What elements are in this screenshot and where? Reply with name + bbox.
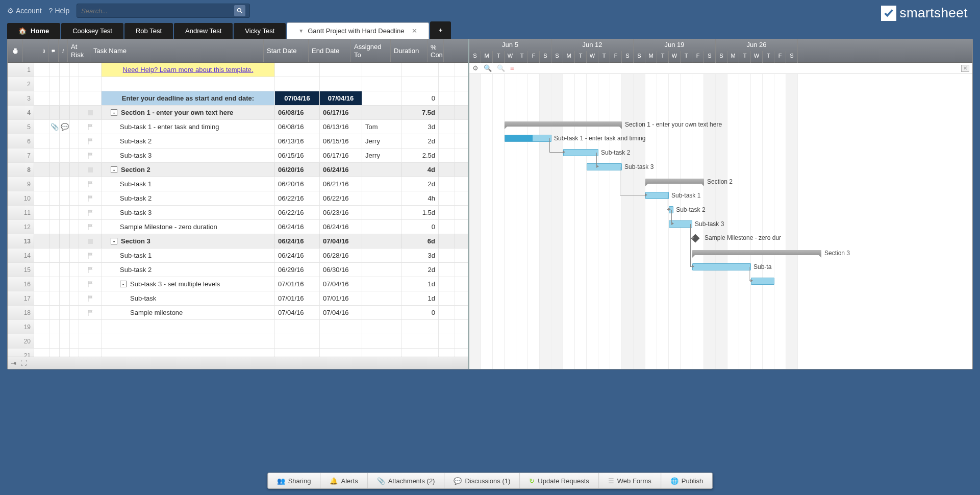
help-link-cell[interactable]: Need Help? Learn more about this templat…: [102, 63, 275, 77]
day-header[interactable]: W: [505, 51, 516, 63]
flag-cell[interactable]: [79, 91, 102, 105]
end-date-cell[interactable]: [320, 63, 362, 77]
comment-cell[interactable]: [60, 177, 70, 191]
day-header[interactable]: S: [704, 51, 716, 63]
start-date-cell[interactable]: 06/20/16: [275, 163, 320, 177]
day-header[interactable]: M: [727, 51, 739, 63]
flag-cell[interactable]: [79, 120, 102, 134]
grid-row[interactable]: 11 Sub-task 3 06/22/16 06/23/16 1.5d: [8, 206, 468, 220]
end-date-cell[interactable]: 07/04/16: [320, 306, 362, 319]
end-date-cell[interactable]: [320, 77, 362, 91]
assigned-cell[interactable]: Jerry: [362, 134, 402, 148]
duration-cell[interactable]: [402, 320, 439, 334]
update-requests-button[interactable]: ↻Update Requests: [520, 473, 598, 488]
complete-cell[interactable]: [439, 291, 455, 305]
flag-cell[interactable]: [79, 334, 102, 348]
flag-cell[interactable]: [79, 263, 102, 277]
grid-row[interactable]: 18 Sample milestone 07/04/16 07/04/16 0: [8, 306, 468, 320]
day-header[interactable]: S: [634, 51, 645, 63]
end-date-cell[interactable]: 06/23/16: [320, 206, 362, 219]
day-header[interactable]: W: [587, 51, 598, 63]
attach-cell[interactable]: [49, 291, 60, 305]
col-at-risk[interactable]: At Risk: [68, 39, 90, 62]
comment-cell[interactable]: [60, 263, 70, 277]
attachments-button[interactable]: 📎Attachments (2): [368, 473, 445, 488]
complete-cell[interactable]: [439, 77, 455, 91]
day-header[interactable]: T: [739, 51, 751, 63]
assigned-cell[interactable]: [362, 91, 402, 105]
end-date-cell[interactable]: 06/24/16: [320, 220, 362, 234]
flag-cell[interactable]: [79, 291, 102, 305]
grid-row[interactable]: 3 Enter your deadline as start and end d…: [8, 91, 468, 106]
critical-path-icon[interactable]: ≡: [510, 64, 514, 72]
start-date-cell[interactable]: [275, 349, 320, 357]
comment-cell[interactable]: [60, 334, 70, 348]
end-date-cell[interactable]: 06/17/16: [320, 106, 362, 119]
comment-cell[interactable]: [60, 306, 70, 319]
attach-cell[interactable]: [49, 249, 60, 262]
start-date-cell[interactable]: 06/22/16: [275, 191, 320, 205]
duration-cell[interactable]: 0: [402, 91, 439, 105]
flag-cell[interactable]: [79, 191, 102, 205]
tab-3[interactable]: Vicky Test: [234, 23, 286, 39]
attach-cell[interactable]: [49, 320, 60, 334]
alerts-button[interactable]: 🔔Alerts: [320, 473, 367, 488]
task-name-cell[interactable]: Sub-task 2: [102, 191, 275, 205]
row-number[interactable]: 5: [8, 120, 34, 134]
row-number[interactable]: 17: [8, 291, 34, 305]
assigned-cell[interactable]: Jerry: [362, 148, 402, 162]
comment-cell[interactable]: 💬: [60, 120, 70, 134]
day-header[interactable]: S: [469, 51, 481, 63]
task-name-cell[interactable]: [102, 349, 275, 357]
tab-1[interactable]: Rob Test: [124, 23, 173, 39]
row-number[interactable]: 6: [8, 134, 34, 148]
tab-home[interactable]: 🏠Home: [7, 23, 60, 39]
day-header[interactable]: T: [657, 51, 669, 63]
assigned-cell[interactable]: [362, 220, 402, 234]
day-header[interactable]: S: [716, 51, 727, 63]
discussions-button[interactable]: 💬Discussions (1): [444, 473, 520, 488]
task-name-cell[interactable]: Sub-task 1: [102, 177, 275, 191]
day-header[interactable]: T: [575, 51, 587, 63]
assigned-cell[interactable]: [362, 277, 402, 291]
flag-cell[interactable]: [79, 177, 102, 191]
attach-cell[interactable]: [49, 77, 60, 91]
gantt-bar[interactable]: Sub-task 2: [563, 149, 598, 156]
flag-cell[interactable]: [79, 349, 102, 357]
toggle-icon[interactable]: -: [111, 109, 117, 116]
duration-cell[interactable]: 2.5d: [402, 148, 439, 162]
complete-cell[interactable]: [439, 134, 455, 148]
day-header[interactable]: F: [610, 51, 622, 63]
task-name-cell[interactable]: -Section 2: [102, 163, 275, 177]
duration-cell[interactable]: 2d: [402, 263, 439, 277]
row-number[interactable]: 11: [8, 206, 34, 219]
duration-cell[interactable]: [402, 349, 439, 357]
comment-cell[interactable]: [60, 106, 70, 119]
start-date-cell[interactable]: [275, 63, 320, 77]
flag-cell[interactable]: [79, 320, 102, 334]
complete-cell[interactable]: [439, 234, 455, 248]
duration-cell[interactable]: 4h: [402, 191, 439, 205]
grid-body[interactable]: 1 Need Help? Learn more about this templ…: [8, 63, 468, 357]
start-date-cell[interactable]: 07/04/16: [275, 306, 320, 319]
end-date-cell[interactable]: 07/04/16: [320, 277, 362, 291]
comment-cell[interactable]: [60, 320, 70, 334]
grid-row[interactable]: 12 Sample Milestone - zero duration 06/2…: [8, 220, 468, 234]
duration-cell[interactable]: [402, 334, 439, 348]
flag-cell[interactable]: [79, 249, 102, 262]
complete-cell[interactable]: [439, 63, 455, 77]
gantt-bar[interactable]: Sub-task 3: [587, 163, 622, 170]
flag-cell[interactable]: [79, 234, 102, 248]
zoom-in-icon[interactable]: 🔍: [497, 64, 505, 72]
start-date-cell[interactable]: 07/04/16: [275, 91, 320, 105]
col-duration[interactable]: Duration: [391, 39, 428, 62]
gantt-bar[interactable]: Section 1 - enter your own text here: [505, 121, 622, 127]
grid-row[interactable]: 7 Sub-task 3 06/15/16 06/17/16 Jerry 2.5…: [8, 148, 468, 163]
complete-cell[interactable]: [439, 191, 455, 205]
comment-cell[interactable]: [60, 291, 70, 305]
comment-cell[interactable]: [60, 220, 70, 234]
toggle-icon[interactable]: -: [111, 166, 117, 173]
complete-cell[interactable]: [439, 91, 455, 105]
gantt-bar[interactable]: Section 2: [645, 179, 704, 184]
task-name-cell[interactable]: Sample milestone: [102, 306, 275, 319]
